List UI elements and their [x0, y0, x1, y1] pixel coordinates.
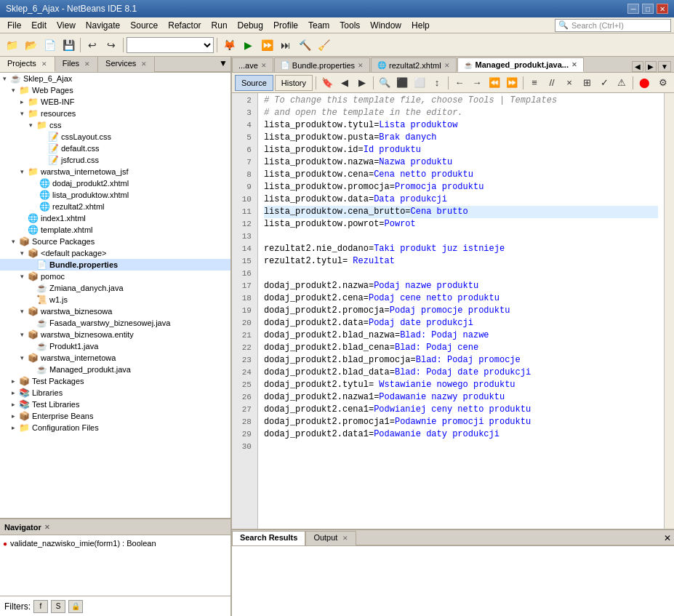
source-button[interactable]: Source [235, 75, 273, 91]
step-btn[interactable]: ⏭ [277, 36, 294, 54]
editor-tab-bundle[interactable]: 📄 Bundle.properties ✕ [274, 57, 370, 72]
menu-refactor[interactable]: Refactor [164, 19, 205, 32]
editor-scrollbar[interactable] [664, 93, 674, 529]
menu-edit[interactable]: Edit [27, 19, 51, 32]
save-btn[interactable]: 💾 [60, 36, 77, 54]
project-dropdown[interactable] [127, 37, 214, 53]
build-btn[interactable]: 🔨 [296, 36, 313, 54]
ed-btn-10[interactable]: ⏩ [504, 75, 520, 91]
bottom-panel-close[interactable]: ✕ [661, 532, 674, 545]
ed-btn-3[interactable]: ▶ [354, 75, 370, 91]
ed-btn-6[interactable]: ↕ [429, 75, 445, 91]
menu-navigate[interactable]: Navigate [81, 19, 124, 32]
ed-btn-9[interactable]: ⏪ [486, 75, 502, 91]
filter-btn-2[interactable]: S [51, 600, 65, 613]
tree-item-sklep[interactable]: ▾ ☕ Sklep_6_Ajax [0, 73, 230, 84]
tree-item-resources[interactable]: ▾ 📁 resources [0, 108, 230, 119]
editor-tab-bundle-close[interactable]: ✕ [358, 62, 364, 69]
tab-scroll-left[interactable]: ◀ [632, 61, 643, 72]
minimize-button[interactable]: ─ [627, 4, 639, 14]
ed-btn-settings[interactable]: ⚙ [655, 75, 671, 91]
editor-tab-managed[interactable]: ☕ Managed_produkt.java... ✕ [457, 57, 584, 72]
open-file-btn[interactable]: 📄 [41, 36, 58, 54]
tree-item-libs[interactable]: ▸ 📚 Libraries [0, 387, 230, 399]
menu-run[interactable]: Run [207, 19, 232, 32]
tree-item-testlibs[interactable]: ▸ 📚 Test Libraries [0, 399, 230, 410]
code-editor[interactable]: 2345678910111213141516171819202122232425… [232, 93, 674, 529]
firefox-btn[interactable]: 🦊 [220, 36, 238, 54]
tree-item-testpkg[interactable]: ▸ 📦 Test Packages [0, 375, 230, 387]
bottom-tab-search[interactable]: Search Results [232, 531, 305, 545]
tree-item-zmiana[interactable]: ☕ Zmiana_danych.java [0, 282, 230, 294]
tab-services[interactable]: Services ✕ [98, 57, 155, 72]
tree-item-rezultat2[interactable]: 🌐 rezultat2.xhtml [0, 201, 230, 212]
menu-tools[interactable]: Tools [335, 19, 364, 32]
ed-btn-format[interactable]: ≡ [526, 75, 542, 91]
bottom-tab-output[interactable]: Output ✕ [305, 531, 356, 545]
tab-dropdown[interactable]: ▼ [658, 61, 671, 72]
menu-team[interactable]: Team [304, 19, 334, 32]
ed-btn-diff[interactable]: ⊞ [579, 75, 595, 91]
ed-btn-4[interactable]: ⬛ [394, 75, 410, 91]
tree-item-warstwa-biz[interactable]: ▾ 📦 warstwa_biznesowa [0, 305, 230, 317]
tree-item-lista[interactable]: 🌐 lista_produktow.xhtml [0, 189, 230, 201]
ed-btn-comment[interactable]: // [544, 75, 560, 91]
ed-btn-7[interactable]: ← [452, 75, 468, 91]
menu-view[interactable]: View [52, 19, 80, 32]
clean-btn[interactable]: 🧹 [315, 36, 332, 54]
history-button[interactable]: History [275, 75, 313, 91]
menu-window[interactable]: Window [366, 19, 406, 32]
tree-item-warstwa-int2[interactable]: ▾ 📦 warstwa_internetowa [0, 352, 230, 364]
tab-projects[interactable]: Projects ✕ [0, 57, 55, 72]
editor-tab-rezultat2[interactable]: 🌐 rezultat2.xhtml ✕ [371, 57, 457, 72]
tab-files[interactable]: Files ✕ [55, 57, 98, 72]
editor-tab-managed-close[interactable]: ✕ [571, 61, 577, 68]
menu-help[interactable]: Help [407, 19, 434, 32]
tab-scroll-right[interactable]: ▶ [645, 61, 657, 72]
menu-source[interactable]: Source [126, 19, 162, 32]
filter-btn-1[interactable]: f [33, 600, 48, 613]
tree-item-warstwa-int[interactable]: ▾ 📁 warstwa_internetowa_jsf [0, 166, 230, 177]
tree-item-template[interactable]: 🌐 template.xhtml [0, 224, 230, 236]
tree-item-bundleprops[interactable]: 📄 Bundle.properties [0, 259, 230, 271]
tree-item-css[interactable]: ▾ 📁 css [0, 119, 230, 131]
ed-btn-5[interactable]: ⬜ [412, 75, 428, 91]
tree-item-webpages[interactable]: ▾ 📁 Web Pages [0, 84, 230, 96]
ed-btn-tasks[interactable]: ✓ [596, 75, 612, 91]
tree-item-pomoc[interactable]: ▾ 📦 pomoc [0, 271, 230, 282]
tree-item-produkt1[interactable]: ☕ Produkt1.java [0, 340, 230, 352]
tree-item-w1js[interactable]: 📜 w1.js [0, 294, 230, 305]
new-project-btn[interactable]: 📁 [3, 36, 20, 54]
menu-file[interactable]: File [3, 19, 25, 32]
menu-debug[interactable]: Debug [233, 19, 268, 32]
menu-search-box[interactable]: 🔍 Search (Ctrl+I) [555, 19, 671, 32]
ed-btn-search[interactable]: 🔍 [377, 75, 393, 91]
tree-item-fasada[interactable]: ☕ Fasada_warstwy_biznesowej.java [0, 317, 230, 329]
ed-btn-uncomment[interactable]: × [561, 75, 577, 91]
debug-run-btn[interactable]: ⏩ [258, 36, 276, 54]
ed-btn-8[interactable]: → [469, 75, 485, 91]
editor-tab-1-close[interactable]: ✕ [261, 62, 267, 69]
tree-item-managed[interactable]: ☕ Managed_produkt.java [0, 364, 230, 375]
tree-item-srcpkg[interactable]: ▾ 📦 Source Packages [0, 236, 230, 247]
tree-item-webinf[interactable]: ▸ 📁 WEB-INF [0, 96, 230, 108]
tree-item-config[interactable]: ▸ 📁 Configuration Files [0, 422, 230, 433]
maximize-button[interactable]: □ [642, 4, 654, 14]
undo-btn[interactable]: ↩ [84, 36, 101, 54]
ed-btn-run[interactable]: ⬤ [636, 75, 652, 91]
run-btn[interactable]: ▶ [239, 36, 257, 54]
open-project-btn[interactable]: 📂 [22, 36, 39, 54]
ed-btn-2[interactable]: ◀ [337, 75, 353, 91]
tree-item-csslayout[interactable]: 📝 cssLayout.css [0, 131, 230, 143]
tree-item-entbeans[interactable]: ▸ 📦 Enterprise Beans [0, 410, 230, 422]
panel-minimize-btn[interactable]: ▼ [216, 57, 230, 72]
tree-item-defaultcss[interactable]: 📝 default.css [0, 143, 230, 154]
code-content[interactable]: # To change this template file, choose T… [258, 93, 664, 529]
redo-btn[interactable]: ↪ [103, 36, 120, 54]
filter-btn-3[interactable]: 🔒 [68, 600, 83, 613]
editor-tab-1[interactable]: ...ave ✕ [232, 57, 273, 72]
ed-btn-1[interactable]: 🔖 [319, 75, 335, 91]
tree-item-defaultpkg[interactable]: ▾ 📦 <default package> [0, 247, 230, 259]
tree-item-jsfcrud[interactable]: 📝 jsfcrud.css [0, 154, 230, 166]
menu-profile[interactable]: Profile [269, 19, 302, 32]
